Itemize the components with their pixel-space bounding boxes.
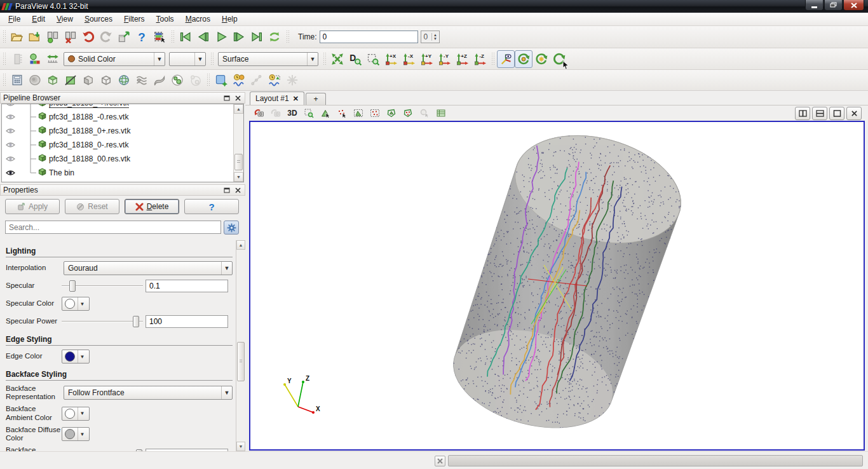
menu-view[interactable]: View (51, 13, 79, 25)
view-plus-z-button[interactable]: +Z (453, 50, 471, 68)
spinner-arrows-icon[interactable]: ▲▼ (431, 33, 439, 41)
tab-layout-1[interactable]: Layout #1 ✕ (250, 92, 304, 105)
float-dock-button[interactable] (222, 93, 231, 102)
view-plus-x-button[interactable]: +X (382, 50, 400, 68)
next-frame-button[interactable] (230, 28, 248, 46)
menu-tools[interactable]: Tools (151, 13, 180, 25)
pipeline-item[interactable]: pfc3d_18188_-+.res.vtk (2, 104, 243, 110)
view-minus-z-button[interactable]: -Z (471, 50, 489, 68)
menu-filters[interactable]: Filters (118, 13, 151, 25)
plot-selection-over-time-button[interactable] (230, 71, 248, 89)
time-input[interactable] (320, 31, 418, 43)
visibility-eye-icon[interactable] (2, 156, 18, 162)
search-options-button[interactable] (224, 221, 239, 234)
close-dock-button[interactable] (233, 186, 242, 194)
help-button[interactable]: ? (133, 28, 151, 46)
extract-subset-button[interactable] (97, 71, 115, 89)
first-frame-button[interactable] (177, 28, 194, 46)
pipeline-item[interactable]: pfc3d_18188_0+.res.vtk (2, 124, 243, 138)
render-canvas[interactable]: XYZ (250, 122, 864, 449)
menu-macros[interactable]: Macros (180, 13, 216, 25)
scroll-down-icon[interactable]: ▼ (236, 442, 245, 451)
specular-slider[interactable] (62, 280, 143, 292)
slice-button[interactable] (62, 71, 79, 89)
undo-button[interactable] (79, 28, 97, 46)
select-points-polygon-button[interactable] (400, 107, 416, 120)
scrollbar-thumb[interactable] (237, 342, 245, 381)
backface-representation-dropdown[interactable]: Follow Frontface ▼ (64, 386, 233, 400)
maximize-view-button[interactable] (829, 107, 844, 120)
group-datasets-button[interactable] (168, 71, 186, 89)
reset-center-button[interactable] (532, 50, 550, 68)
view-minus-x-button[interactable]: -X (400, 50, 417, 68)
play-button[interactable] (212, 28, 230, 46)
menu-file[interactable]: File (3, 13, 26, 25)
show-center-axes-button[interactable] (497, 50, 515, 68)
representation-dropdown[interactable]: Surface ▼ (218, 52, 318, 66)
camera-undo-button[interactable] (252, 107, 267, 120)
color-by-dropdown[interactable]: Solid Color ▼ (64, 52, 165, 66)
reset-camera-button[interactable] (329, 50, 346, 68)
specular-input[interactable] (146, 280, 228, 292)
redo-button[interactable] (97, 28, 115, 46)
pipeline-item[interactable]: pfc3d_18188_0-.res.vtk (2, 138, 243, 152)
scroll-up-icon[interactable]: ▲ (236, 240, 245, 250)
render-view[interactable]: XYZ (249, 121, 865, 451)
new-layout-tab[interactable]: + (306, 93, 326, 105)
visibility-eye-icon[interactable] (2, 142, 18, 148)
menu-help[interactable]: Help (216, 13, 243, 25)
select-cells-through-button[interactable] (351, 107, 366, 120)
zoom-to-box-button[interactable] (364, 50, 382, 68)
select-cells-on-button[interactable] (318, 107, 333, 120)
disconnect-server-button[interactable] (62, 28, 79, 46)
select-cells-polygon-button[interactable] (384, 107, 399, 120)
previous-frame-button[interactable] (194, 28, 212, 46)
menu-edit[interactable]: Edit (26, 13, 51, 25)
open-file-button[interactable] (8, 28, 26, 46)
specular-power-slider[interactable] (62, 315, 143, 328)
extract-selection-button[interactable] (212, 71, 230, 89)
edit-color-map-button[interactable] (26, 50, 44, 68)
connect-server-button[interactable] (44, 28, 62, 46)
properties-scrollbar[interactable]: ▲ ▼ (236, 240, 245, 451)
close-view-button[interactable] (846, 107, 862, 120)
visibility-eye-icon[interactable] (2, 114, 18, 120)
pipeline-item[interactable]: The bin (2, 166, 243, 180)
load-state-button[interactable] (115, 28, 133, 46)
visibility-eye-icon[interactable] (2, 128, 18, 134)
zoom-to-box-view-button[interactable] (301, 107, 316, 120)
warp-by-vector-button[interactable] (151, 71, 168, 89)
contour-button[interactable] (26, 71, 44, 89)
pick-center-button[interactable] (515, 50, 532, 68)
selection-display-button[interactable] (433, 107, 449, 120)
open-recent-button[interactable] (26, 28, 44, 46)
pipeline-scrollbar[interactable]: ▲▼ (233, 104, 243, 182)
split-vertical-button[interactable] (812, 107, 827, 120)
scroll-up-icon[interactable]: ▲ (234, 104, 243, 114)
pipeline-item[interactable]: pfc3d_18188_-0.res.vtk (2, 110, 243, 124)
backface-diffuse-color-picker[interactable]: ▼ (62, 427, 90, 441)
adapt-3d-button[interactable]: 3D (285, 107, 300, 120)
split-horizontal-button[interactable] (795, 107, 810, 120)
close-dock-button[interactable] (233, 93, 242, 102)
loop-button[interactable] (266, 28, 283, 46)
select-points-on-button[interactable] (334, 107, 349, 120)
specular-color-picker[interactable]: ▼ (62, 297, 90, 311)
abort-progress-button[interactable] (435, 456, 445, 466)
component-dropdown[interactable]: ▼ (169, 52, 206, 66)
delete-button[interactable]: Delete (125, 199, 179, 214)
clip-button[interactable] (44, 71, 62, 89)
rotate-camera-button[interactable] (550, 50, 568, 68)
float-dock-button[interactable] (222, 186, 231, 194)
scrollbar-thumb[interactable] (234, 154, 243, 170)
specular-power-input[interactable] (146, 315, 228, 328)
stream-tracer-button[interactable] (133, 71, 151, 89)
select-points-through-button[interactable] (367, 107, 383, 120)
search-input[interactable] (5, 221, 221, 234)
zoom-to-data-button[interactable]: D (346, 50, 364, 68)
view-minus-y-button[interactable]: -Y (435, 50, 453, 68)
help-button[interactable]: ? (184, 199, 239, 214)
menu-sources[interactable]: Sources (79, 13, 118, 25)
close-button[interactable] (843, 0, 864, 11)
edge-color-picker[interactable]: ▼ (62, 350, 90, 364)
